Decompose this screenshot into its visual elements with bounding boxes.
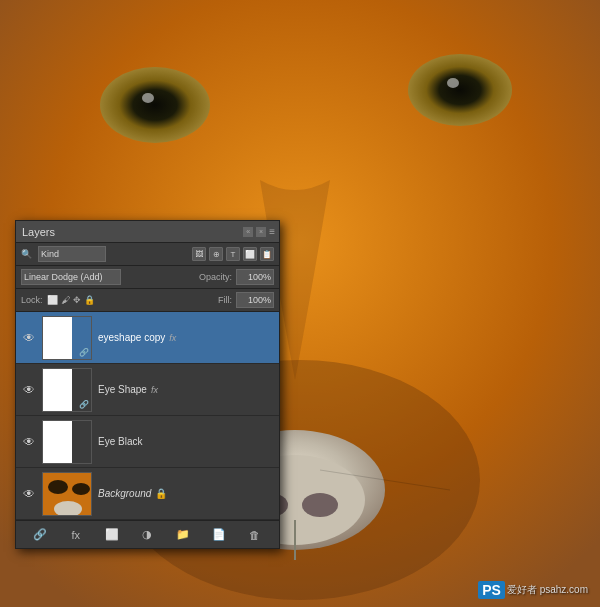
new-adjustment-button[interactable]: ◑	[138, 526, 156, 544]
layer-thumbnail	[42, 472, 92, 516]
panel-collapse-button[interactable]: «	[243, 227, 253, 237]
svg-point-5	[447, 78, 459, 88]
layer-fx-badge: fx	[169, 333, 176, 343]
delete-layer-button[interactable]: 🗑	[246, 526, 264, 544]
filter-icons: 🖼 ⊕ T ⬜ 📋	[192, 247, 274, 261]
layer-info: Eye Black	[98, 436, 275, 447]
layer-thumbnail: 🔗	[42, 368, 92, 412]
lock-paint-icon[interactable]: 🖌	[61, 295, 70, 305]
filter-adjustment-icon[interactable]: ⊕	[209, 247, 223, 261]
lock-row: Lock: ⬜ 🖌 ✥ 🔒 Fill:	[16, 289, 279, 312]
thumb-white	[43, 317, 72, 359]
filter-row: 🔍 Kind 🖼 ⊕ T ⬜ 📋	[16, 243, 279, 266]
layer-visibility-icon[interactable]: 👁	[20, 485, 38, 503]
layer-fx-badge: fx	[151, 385, 158, 395]
layer-link-icon: 🔗	[79, 400, 89, 409]
layer-info: Background 🔒	[98, 488, 275, 499]
thumb-white	[43, 421, 72, 463]
svg-point-2	[100, 67, 210, 143]
layer-lock-icon: 🔒	[155, 488, 167, 499]
svg-point-3	[142, 93, 154, 103]
filter-shape-icon[interactable]: ⬜	[243, 247, 257, 261]
layer-link-icon: 🔗	[79, 348, 89, 357]
link-layers-button[interactable]: 🔗	[31, 526, 49, 544]
svg-point-16	[72, 483, 90, 495]
lock-all-icon[interactable]: 🔒	[84, 295, 95, 305]
layer-thumbnail: 🔗	[42, 316, 92, 360]
layer-info: Eye Shape fx	[98, 384, 275, 395]
lock-icons: ⬜ 🖌 ✥ 🔒	[47, 295, 95, 305]
lock-transparent-icon[interactable]: ⬜	[47, 295, 58, 305]
panel-header: Layers « × ≡	[16, 221, 279, 243]
new-layer-button[interactable]: 📄	[210, 526, 228, 544]
thumb-white	[43, 369, 72, 411]
blend-mode-row: Linear Dodge (Add) Opacity:	[16, 266, 279, 289]
lock-label: Lock:	[21, 295, 43, 305]
svg-point-4	[408, 54, 512, 126]
layer-item[interactable]: 👁 Background 🔒	[16, 468, 279, 520]
layer-item[interactable]: 👁 🔗 eyeshape copy fx	[16, 312, 279, 364]
panel-menu-icon[interactable]: ≡	[269, 226, 275, 237]
layer-visibility-icon[interactable]: 👁	[20, 433, 38, 451]
layers-list: 👁 🔗 eyeshape copy fx 👁	[16, 312, 279, 520]
opacity-input[interactable]	[236, 269, 274, 285]
filter-kind-select[interactable]: Kind	[38, 246, 106, 262]
filter-smart-icon[interactable]: 📋	[260, 247, 274, 261]
svg-point-9	[302, 493, 338, 517]
lock-move-icon[interactable]: ✥	[73, 295, 81, 305]
panel-controls: « × ≡	[243, 226, 275, 237]
filter-type-icon[interactable]: T	[226, 247, 240, 261]
fill-input[interactable]	[236, 292, 274, 308]
layer-name: eyeshape copy	[98, 332, 165, 343]
thumb-background	[43, 473, 91, 515]
layer-name: Eye Shape	[98, 384, 147, 395]
layer-visibility-icon[interactable]: 👁	[20, 381, 38, 399]
add-mask-button[interactable]: ⬜	[103, 526, 121, 544]
svg-point-15	[48, 480, 68, 494]
layer-info: eyeshape copy fx	[98, 332, 275, 343]
layer-visibility-icon[interactable]: 👁	[20, 329, 38, 347]
filter-pixel-icon[interactable]: 🖼	[192, 247, 206, 261]
layers-panel: Layers « × ≡ 🔍 Kind 🖼 ⊕ T ⬜ 📋 Linear Dod…	[15, 220, 280, 549]
panel-footer: 🔗 fx ⬜ ◑ 📁 📄 🗑	[16, 520, 279, 548]
add-fx-button[interactable]: fx	[67, 526, 85, 544]
watermark-ps-badge: PS	[478, 581, 505, 599]
filter-label: 🔍	[21, 249, 32, 259]
new-group-button[interactable]: 📁	[174, 526, 192, 544]
panel-tab-layers[interactable]: Layers	[22, 226, 55, 238]
fill-label: Fill:	[218, 295, 232, 305]
layer-thumbnail	[42, 420, 92, 464]
watermark: PS 爱好者 psahz.com	[478, 581, 588, 599]
layer-item[interactable]: 👁 🔗 Eye Shape fx	[16, 364, 279, 416]
watermark-site-text: 爱好者 psahz.com	[507, 583, 588, 597]
panel-expand-button[interactable]: ×	[256, 227, 266, 237]
layer-name: Background	[98, 488, 151, 499]
blend-mode-select[interactable]: Linear Dodge (Add)	[21, 269, 121, 285]
opacity-label: Opacity:	[199, 272, 232, 282]
layer-item[interactable]: 👁 Eye Black	[16, 416, 279, 468]
layer-name: Eye Black	[98, 436, 275, 447]
